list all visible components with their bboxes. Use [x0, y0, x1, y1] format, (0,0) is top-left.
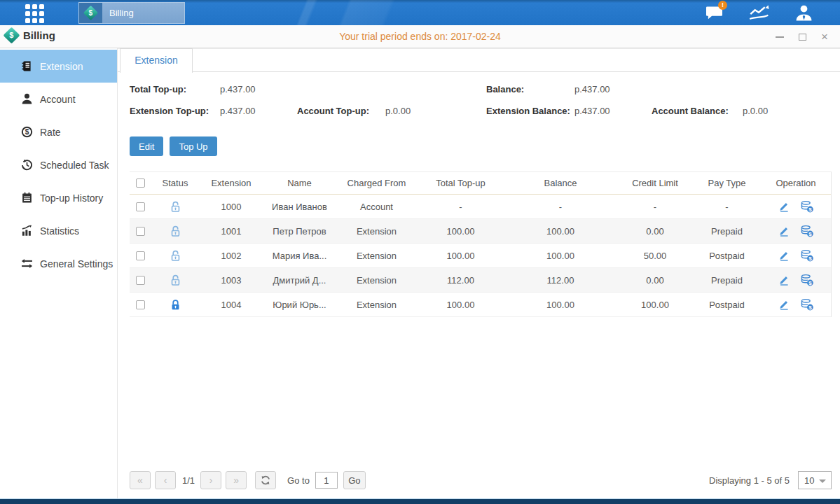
- edit-icon[interactable]: [778, 249, 790, 262]
- cell-extension: 1003: [200, 275, 263, 286]
- svg-text:$: $: [808, 231, 812, 237]
- maximize-button[interactable]: [797, 31, 808, 43]
- close-icon: ×: [821, 31, 828, 43]
- total-topup-label: Total Top-up:: [130, 84, 186, 94]
- svg-text:$: $: [808, 255, 812, 262]
- topup-history-icon: [21, 192, 33, 204]
- cell-balance: 100.00: [504, 300, 617, 310]
- cell-balance: 100.00: [504, 251, 617, 261]
- table-row: 1004Юрий Юрь...Extension100.00100.00100.…: [130, 293, 831, 317]
- table-row: 1003Дмитрий Д...Extension112.00112.000.0…: [130, 268, 831, 293]
- cell-credit-limit: -: [617, 202, 694, 212]
- cell-charged-from: Account: [336, 202, 417, 212]
- window-bottom-edge: [0, 498, 840, 504]
- statistics-icon: [21, 225, 33, 237]
- sidebar-item-account[interactable]: Account: [0, 83, 117, 115]
- select-all-checkbox[interactable]: [136, 178, 145, 188]
- cell-total-topup: 100.00: [417, 226, 504, 237]
- messages-icon[interactable]: !: [703, 4, 725, 22]
- column-header-pay-type: Pay Type: [694, 178, 760, 188]
- sidebar: ExtensionAccount$RateScheduled TaskTop-u…: [0, 48, 118, 498]
- topup-icon[interactable]: $: [800, 200, 814, 214]
- maximize-icon: [799, 34, 806, 41]
- cell-balance: 112.00: [504, 275, 617, 286]
- user-icon[interactable]: [792, 4, 815, 22]
- row-checkbox[interactable]: [136, 300, 145, 309]
- balance-label: Balance:: [486, 84, 524, 94]
- page-size-value: 10: [804, 475, 814, 486]
- unlocked-icon[interactable]: [169, 200, 182, 214]
- unlocked-icon[interactable]: [169, 249, 182, 262]
- last-page-button[interactable]: »: [226, 471, 247, 489]
- app-grid-icon[interactable]: [25, 4, 48, 22]
- sidebar-item-scheduled-task[interactable]: Scheduled Task: [0, 148, 117, 181]
- topup-icon[interactable]: $: [800, 224, 814, 238]
- top-up-button[interactable]: Top Up: [170, 136, 216, 156]
- trial-notice: Your trial period ends on: 2017-02-24: [0, 31, 840, 42]
- sidebar-item-statistics[interactable]: Statistics: [0, 214, 117, 247]
- cell-operation: $: [760, 298, 832, 312]
- account-balance-value: p.0.00: [743, 106, 768, 116]
- goto-page-input[interactable]: [315, 472, 338, 489]
- cell-extension: 1002: [200, 251, 263, 261]
- statistics-chart-icon[interactable]: [748, 4, 770, 22]
- billing-summary: Total Top-up: p.437.00 Balance: p.437.00…: [118, 72, 840, 132]
- cell-operation: $: [760, 200, 832, 214]
- column-header-balance: Balance: [504, 178, 617, 188]
- edit-icon[interactable]: [778, 274, 790, 286]
- cell-name: Дмитрий Д...: [263, 275, 336, 286]
- sidebar-item-label: Top-up History: [40, 192, 103, 204]
- close-button[interactable]: ×: [819, 31, 830, 43]
- rate-icon: $: [21, 126, 33, 138]
- edit-icon[interactable]: [778, 200, 790, 213]
- go-button[interactable]: Go: [343, 471, 366, 489]
- cell-operation: $: [760, 273, 832, 287]
- topup-icon[interactable]: $: [800, 298, 814, 312]
- cell-pay-type: -: [694, 202, 760, 212]
- billing-app-icon: $: [79, 3, 102, 23]
- tab-extension[interactable]: Extension: [120, 48, 193, 73]
- cell-pay-type: Postpaid: [694, 251, 760, 261]
- column-header-total-top-up: Total Top-up: [417, 178, 504, 188]
- row-checkbox[interactable]: [136, 251, 145, 260]
- sidebar-item-general-settings[interactable]: General Settings: [0, 247, 117, 280]
- unlocked-icon[interactable]: [169, 274, 182, 287]
- taskbar-tab-billing[interactable]: $ Billing: [78, 2, 185, 24]
- tabstrip: Extension: [118, 48, 840, 72]
- page-size-select[interactable]: 10: [798, 471, 832, 489]
- minimize-button[interactable]: [774, 31, 785, 43]
- unlocked-icon[interactable]: [169, 225, 182, 238]
- column-header-credit-limit: Credit Limit: [617, 178, 694, 188]
- sidebar-item-top-up-history[interactable]: Top-up History: [0, 181, 117, 214]
- locked-icon[interactable]: [169, 298, 182, 312]
- topup-icon[interactable]: $: [800, 273, 814, 287]
- edit-icon[interactable]: [778, 298, 790, 311]
- refresh-button[interactable]: [255, 471, 276, 489]
- prev-page-button[interactable]: ‹: [155, 471, 176, 489]
- column-header-name: Name: [263, 178, 336, 188]
- table-row: 1001Петр ПетровExtension100.00100.000.00…: [130, 219, 831, 244]
- cell-extension: 1000: [200, 202, 263, 212]
- cell-extension: 1004: [200, 300, 263, 310]
- svg-text:$: $: [808, 304, 812, 311]
- row-checkbox[interactable]: [136, 202, 145, 211]
- first-page-button[interactable]: «: [130, 471, 151, 489]
- extension-balance-label: Extension Balance:: [486, 106, 570, 116]
- cell-credit-limit: 0.00: [617, 275, 694, 286]
- cell-operation: $: [760, 248, 832, 262]
- sidebar-item-label: Account: [40, 94, 76, 105]
- column-header-status: Status: [151, 178, 200, 188]
- taskbar-tab-label: Billing: [102, 8, 152, 18]
- edit-button[interactable]: Edit: [130, 136, 163, 156]
- extension-icon: [21, 60, 33, 72]
- cell-total-topup: 112.00: [417, 275, 504, 286]
- next-page-button[interactable]: ›: [200, 471, 221, 489]
- topup-icon[interactable]: $: [800, 248, 814, 262]
- edit-icon[interactable]: [778, 225, 790, 237]
- row-checkbox[interactable]: [136, 276, 145, 285]
- balance-value: p.437.00: [574, 84, 610, 94]
- sidebar-item-extension[interactable]: Extension: [0, 50, 117, 83]
- refresh-icon: [260, 475, 271, 486]
- sidebar-item-rate[interactable]: $Rate: [0, 115, 117, 148]
- row-checkbox[interactable]: [136, 227, 145, 236]
